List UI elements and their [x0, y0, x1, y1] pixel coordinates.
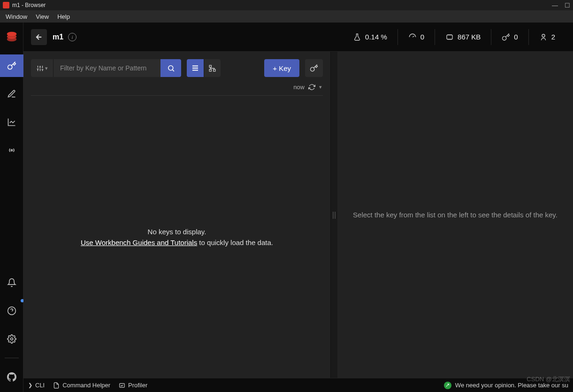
- window-title: m1 - Browser: [12, 2, 46, 8]
- stat-clients: 2: [528, 29, 565, 45]
- feedback-text[interactable]: We need your opinion. Please take our su: [455, 382, 568, 389]
- sliders-icon: [37, 65, 44, 72]
- sidebar-item-github[interactable]: [0, 366, 23, 388]
- info-icon[interactable]: i: [68, 33, 76, 41]
- chevron-down-icon[interactable]: ▾: [319, 84, 322, 90]
- svg-rect-9: [209, 65, 211, 67]
- document-icon: [53, 382, 60, 389]
- memory-icon: [445, 33, 454, 41]
- app-icon: [3, 2, 9, 8]
- bulk-actions-button[interactable]: [305, 59, 323, 77]
- stats-bar: 0.14 % 0 867 KB 0 2: [343, 29, 565, 45]
- gauge-icon: [408, 33, 417, 41]
- guides-link[interactable]: Use Workbench Guides and Tutorials: [81, 238, 197, 246]
- footer-cli[interactable]: ❯ CLI: [28, 382, 45, 389]
- sidebar-item-browser[interactable]: [0, 54, 23, 77]
- panel-splitter[interactable]: ||: [331, 52, 337, 378]
- svg-rect-11: [209, 69, 211, 71]
- sidebar-item-help[interactable]: [0, 300, 23, 322]
- svg-point-5: [10, 338, 13, 340]
- menubar: Window View Help: [0, 10, 573, 23]
- search-icon: [167, 64, 175, 72]
- footer: ❯ CLI Command Helper Profiler ↗ We need …: [23, 378, 573, 392]
- stat-cpu: 0.14 %: [343, 29, 397, 45]
- no-keys-message: No keys to display.: [148, 228, 206, 236]
- filter-input[interactable]: [53, 59, 160, 77]
- user-icon: [539, 33, 548, 41]
- tree-icon: [208, 64, 216, 72]
- chevron-right-icon: ❯: [28, 382, 32, 388]
- refresh-row: now ▾: [31, 81, 323, 96]
- topbar: m1 i 0.14 % 0 867 KB 0: [23, 23, 573, 52]
- keys-toolbar: ▾: [31, 59, 323, 77]
- flask-icon: [353, 33, 361, 41]
- svg-rect-10: [214, 69, 215, 71]
- last-refresh-label: now: [293, 84, 305, 91]
- sidebar: [0, 23, 23, 392]
- window-titlebar: m1 - Browser — ☐: [0, 0, 573, 10]
- footer-command-helper[interactable]: Command Helper: [53, 382, 110, 389]
- svg-point-3: [11, 149, 12, 151]
- sidebar-item-pubsub[interactable]: [0, 139, 23, 161]
- list-view-button[interactable]: [187, 59, 204, 77]
- menu-window[interactable]: Window: [2, 12, 31, 22]
- menu-view[interactable]: View: [32, 12, 53, 22]
- minimize-button[interactable]: —: [552, 2, 558, 9]
- sidebar-item-analysis[interactable]: [0, 111, 23, 133]
- add-key-button[interactable]: + Key: [264, 59, 299, 77]
- back-button[interactable]: [31, 29, 47, 45]
- stat-throughput: 0: [397, 29, 435, 45]
- chevron-down-icon: ▾: [45, 65, 48, 71]
- svg-point-7: [542, 34, 545, 37]
- sidebar-item-settings[interactable]: [0, 328, 23, 350]
- key-icon: [502, 33, 510, 41]
- svg-rect-6: [447, 35, 452, 39]
- details-placeholder: Select the key from the list on the left…: [353, 211, 558, 219]
- divider: [5, 358, 19, 358]
- sidebar-item-workbench[interactable]: [0, 83, 23, 105]
- list-icon: [191, 64, 199, 72]
- stat-memory: 867 KB: [435, 29, 491, 45]
- details-panel: Select the key from the list on the left…: [337, 52, 573, 378]
- feedback-icon[interactable]: ↗: [444, 382, 451, 389]
- svg-point-8: [168, 65, 173, 70]
- redis-logo[interactable]: [4, 29, 19, 44]
- sidebar-item-notifications[interactable]: [0, 271, 23, 294]
- guides-message: Use Workbench Guides and Tutorials to qu…: [81, 238, 273, 246]
- keys-panel: ▾: [23, 52, 331, 378]
- empty-state: No keys to display. Use Workbench Guides…: [31, 96, 323, 378]
- refresh-icon[interactable]: [308, 84, 315, 91]
- filter-type-dropdown[interactable]: ▾: [31, 59, 53, 77]
- stat-keys: 0: [491, 29, 528, 45]
- svg-point-2: [7, 37, 16, 41]
- database-name: m1: [53, 33, 63, 41]
- profiler-icon: [119, 382, 125, 389]
- menu-help[interactable]: Help: [53, 12, 74, 22]
- svg-rect-12: [120, 383, 125, 387]
- maximize-button[interactable]: ☐: [565, 2, 570, 9]
- tree-view-button[interactable]: [204, 59, 221, 77]
- search-button[interactable]: [160, 59, 181, 77]
- key-bulk-icon: [310, 64, 318, 72]
- footer-profiler[interactable]: Profiler: [119, 382, 147, 389]
